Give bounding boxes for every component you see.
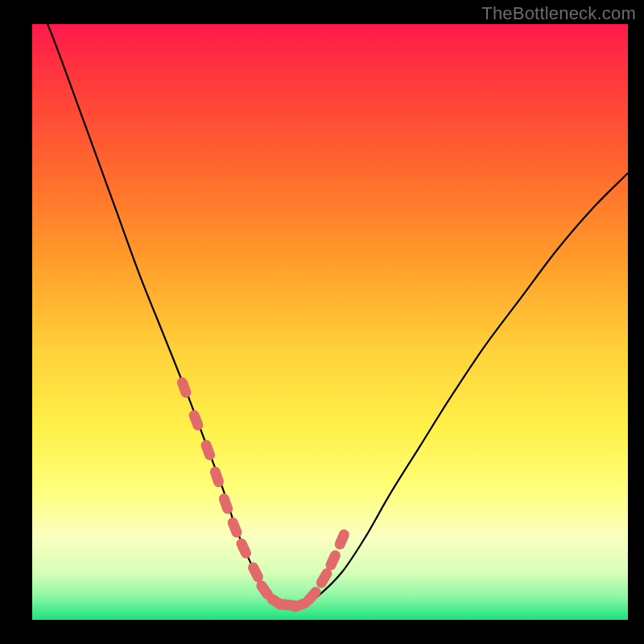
highlighted-points [175, 376, 351, 613]
chart-frame: TheBottleneck.com [0, 0, 644, 644]
watermark-text: TheBottleneck.com [481, 3, 636, 24]
marker-pill [226, 516, 244, 539]
marker-pill [333, 528, 351, 551]
marker-pill [188, 409, 204, 432]
bottleneck-curve [32, 0, 628, 609]
plot-area [32, 24, 628, 620]
marker-pill [246, 560, 265, 584]
curve-svg [32, 24, 628, 620]
marker-pill [200, 439, 217, 462]
marker-pill [208, 465, 225, 489]
marker-pill [217, 492, 234, 515]
marker-pill [234, 537, 253, 560]
marker-pill [175, 376, 192, 399]
